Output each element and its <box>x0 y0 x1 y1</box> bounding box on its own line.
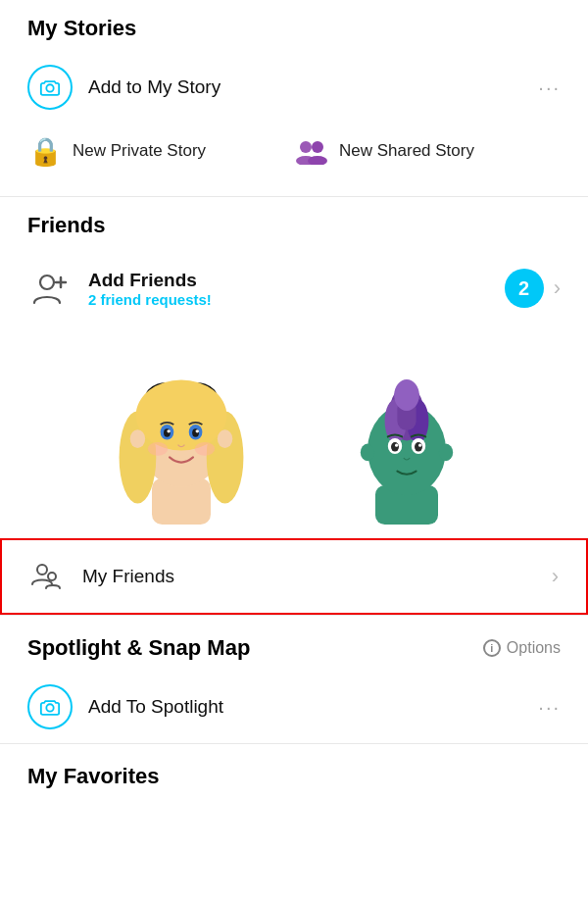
options-wrap[interactable]: i Options <box>483 639 561 657</box>
people-icon-svg <box>294 137 329 165</box>
svg-point-2 <box>312 141 323 153</box>
shared-story-icon <box>294 133 329 169</box>
svg-point-33 <box>394 379 419 411</box>
svg-point-34 <box>361 444 374 462</box>
svg-point-40 <box>395 444 398 447</box>
add-friends-text: Add Friends 2 friend requests! <box>88 270 505 308</box>
spotlight-options-dots[interactable]: ··· <box>538 696 561 719</box>
svg-point-39 <box>415 442 422 452</box>
my-stories-section: My Stories Add to My Story ··· 🔒 New Pri… <box>0 0 588 196</box>
add-friends-icon <box>27 266 73 311</box>
spotlight-camera-icon <box>27 684 73 729</box>
new-shared-story-label: New Shared Story <box>339 141 474 161</box>
svg-point-43 <box>48 573 56 580</box>
svg-point-41 <box>418 444 421 447</box>
my-stories-header: My Stories <box>0 0 588 51</box>
new-shared-story-option[interactable]: New Shared Story <box>294 133 561 169</box>
lock-icon: 🔒 <box>27 133 63 169</box>
camera-svg <box>39 76 61 98</box>
my-friends-row[interactable]: My Friends › <box>0 538 588 615</box>
add-person-svg <box>29 268 71 309</box>
avatar-blonde <box>88 338 274 525</box>
badge-chevron-group: 2 › <box>505 269 561 308</box>
my-favorites-section: My Favorites <box>0 744 588 799</box>
add-story-camera-icon <box>27 65 73 110</box>
add-to-spotlight-label: Add To Spotlight <box>88 696 223 718</box>
friends-list-svg <box>30 559 66 594</box>
svg-point-1 <box>300 141 312 153</box>
svg-point-25 <box>195 442 216 456</box>
info-icon: i <box>483 639 501 657</box>
new-private-story-option[interactable]: 🔒 New Private Story <box>27 133 294 169</box>
svg-point-44 <box>46 704 53 711</box>
svg-point-15 <box>136 380 227 451</box>
blonde-avatar-svg <box>93 348 270 525</box>
svg-point-17 <box>218 429 232 448</box>
svg-point-35 <box>439 444 453 462</box>
avatars-row <box>0 328 588 538</box>
svg-point-38 <box>391 442 399 452</box>
friends-header: Friends <box>0 197 588 248</box>
add-story-options-dots[interactable]: ··· <box>538 76 561 99</box>
svg-point-5 <box>40 275 54 289</box>
add-friends-sub: 2 friend requests! <box>88 291 505 308</box>
add-to-my-story-label: Add to My Story <box>88 76 220 98</box>
spotlight-camera-svg <box>39 696 61 718</box>
svg-point-23 <box>196 429 199 432</box>
avatar-green <box>314 338 500 525</box>
story-options-row: 🔒 New Private Story New Shared Story <box>0 124 588 186</box>
my-friends-list-icon <box>29 558 67 595</box>
add-friends-chevron: › <box>554 275 561 301</box>
my-favorites-title: My Favorites <box>27 764 160 788</box>
options-label: Options <box>507 639 561 657</box>
spotlight-header-row: Spotlight & Snap Map i Options <box>0 616 588 671</box>
svg-point-42 <box>37 565 47 575</box>
new-private-story-label: New Private Story <box>73 141 206 161</box>
svg-point-22 <box>167 429 170 432</box>
my-friends-label: My Friends <box>82 566 552 587</box>
svg-point-24 <box>148 442 169 456</box>
add-friends-row[interactable]: Add Friends 2 friend requests! 2 › <box>0 248 588 328</box>
green-avatar-svg <box>328 368 485 525</box>
svg-point-0 <box>46 84 53 91</box>
my-friends-chevron: › <box>552 564 559 589</box>
svg-point-16 <box>130 429 145 448</box>
add-friends-name: Add Friends <box>88 270 505 291</box>
friends-section: Friends Add Friends 2 friend requests! 2… <box>0 197 588 615</box>
add-to-spotlight-row[interactable]: Add To Spotlight ··· <box>0 671 588 743</box>
spotlight-section: Spotlight & Snap Map i Options Add To Sp… <box>0 616 588 743</box>
add-to-my-story-row[interactable]: Add to My Story ··· <box>0 51 588 124</box>
friend-requests-badge: 2 <box>505 269 544 308</box>
spotlight-title: Spotlight & Snap Map <box>27 635 250 661</box>
